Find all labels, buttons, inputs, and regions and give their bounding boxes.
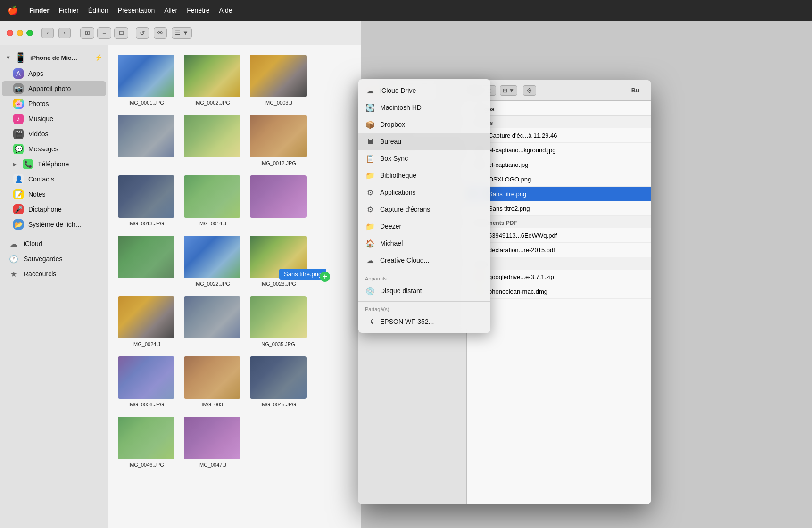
menu-item-macintosh-hd[interactable]: 💽 Macintosh HD: [358, 99, 490, 116]
device-expand-arrow: ▼: [6, 55, 11, 60]
w2-file-name-pdf1: 53949113...6EeWWq.pdf: [489, 232, 644, 239]
photo-label-img0023: IMG_0023.JPG: [260, 281, 296, 287]
sidebar-item-appareil-photo[interactable]: 📷 Appareil photo: [2, 81, 106, 96]
menu-icloud-drive-icon: ☁: [365, 85, 375, 96]
menu-item-capture-decrans[interactable]: ⚙ Capture d'écrans: [358, 201, 490, 218]
close-button[interactable]: [7, 30, 13, 36]
photo-item-img0035[interactable]: NG_0035.JPG: [250, 296, 307, 347]
menu-item-deezer[interactable]: 📁 Deezer: [358, 218, 490, 235]
w2-file-el-captiano-bg[interactable]: 🖼 el-captiano...kground.jpg: [467, 143, 651, 157]
sidebar-item-notes[interactable]: 📝 Notes: [2, 187, 106, 202]
photo-thumb-img0037: [184, 356, 240, 399]
sidebar-device[interactable]: ▼ 📱 iPhone de Mic… ⚡: [0, 49, 108, 66]
photo-item-img0013[interactable]: IMG_0013.JPG: [118, 175, 174, 226]
photo-item-img0024[interactable]: IMG_0024.J: [118, 296, 174, 347]
photo-item-img0005[interactable]: [184, 115, 240, 166]
w2-file-sans-titre[interactable]: 📄 Sans titre.png: [467, 187, 651, 201]
menu-section-partages: Partagé(s): [358, 304, 490, 313]
photo-thumb-img0046: [118, 417, 174, 459]
videos-icon: 🎬: [13, 129, 24, 139]
menu-finder[interactable]: Finder: [29, 7, 50, 14]
menu-label-applications: Applications: [380, 189, 416, 196]
w2-file-el-captiano[interactable]: 🖼 el-captiano.jpg: [467, 157, 651, 172]
w2-file-capture-ec[interactable]: 📄 Capture d'éc...à 11.29.46: [467, 128, 651, 143]
photo-item-img0022[interactable]: IMG_0022.JPG: [184, 236, 240, 287]
menu-item-applications[interactable]: ⚙ Applications: [358, 184, 490, 201]
w2-arrange-button[interactable]: ⊞ ▼: [500, 85, 517, 96]
menu-item-bureau[interactable]: 🖥 Bureau: [358, 133, 490, 150]
forward-button[interactable]: ›: [58, 28, 71, 38]
w2-file-pdf1[interactable]: 📄 53949113...6EeWWq.pdf: [467, 228, 651, 243]
photo-item-img0046[interactable]: IMG_0046.JPG: [118, 417, 174, 468]
photo-label-img0003: IMG_0003.J: [264, 100, 292, 106]
sidebar-item-dictaphone[interactable]: 🎤 Dictaphone: [2, 202, 106, 217]
photo-item-img0016[interactable]: [118, 236, 174, 287]
menu-item-box-sync[interactable]: 📋 Box Sync: [358, 150, 490, 167]
messages-icon: 💬: [13, 144, 24, 154]
icon-view-button[interactable]: ⊞: [80, 27, 94, 39]
sidebar-item-musique[interactable]: ♪ Musique: [2, 111, 106, 126]
sidebar-item-videos[interactable]: 🎬 Vidéos: [2, 126, 106, 141]
sidebar-item-contacts[interactable]: 👤 Contacts: [2, 172, 106, 187]
menu-fenetre[interactable]: Fenêtre: [187, 7, 209, 14]
menu-divider-appareils: [358, 271, 490, 271]
photo-grid[interactable]: IMG_0001.JPG IMG_0002.JPG IMG_0003.J: [108, 45, 361, 528]
photo-thumb-img0003: [250, 55, 307, 97]
sidebar-item-icloud[interactable]: ☁ iCloud: [2, 236, 106, 251]
menu-aide[interactable]: Aide: [219, 7, 232, 14]
photo-item-img0045[interactable]: IMG_0045.JPG: [250, 356, 307, 407]
w2-file-name-googledrive: googledrive...e-3.7.1.zip: [489, 273, 644, 280]
menu-item-michael[interactable]: 🏠 Michael: [358, 235, 490, 252]
column-view-button[interactable]: ⊟: [114, 27, 128, 39]
back-button[interactable]: ‹: [41, 28, 54, 38]
menu-item-dropbox[interactable]: 📦 Dropbox: [358, 116, 490, 133]
menu-item-disque-distant[interactable]: 💿 Disque distant: [358, 282, 490, 299]
menu-fichier[interactable]: Fichier: [59, 7, 79, 14]
photo-item-img0002[interactable]: IMG_0002.JPG: [184, 55, 240, 106]
photo-item-img0036[interactable]: IMG_0036.JPG: [118, 356, 174, 407]
menu-label-disque-distant: Disque distant: [380, 287, 422, 295]
menu-item-creative-cloud[interactable]: ☁ Creative Cloud...: [358, 252, 490, 269]
maximize-button[interactable]: [26, 30, 33, 36]
menu-box-sync-icon: 📋: [365, 153, 375, 164]
menu-item-bibliotheque[interactable]: 📁 Bibliothèque: [358, 167, 490, 184]
photo-item-img0014[interactable]: IMG_0014.J: [184, 175, 240, 226]
icloud-icon: ☁: [8, 239, 19, 249]
photo-item-img0004[interactable]: [118, 115, 174, 166]
w2-gear-button[interactable]: ⚙: [523, 85, 536, 96]
menu-item-epson[interactable]: 🖨 EPSON WF-352...: [358, 313, 490, 330]
sidebar-item-messages[interactable]: 💬 Messages: [2, 141, 106, 157]
menu-edition[interactable]: Édition: [88, 7, 108, 14]
w2-file-pdf2[interactable]: 📄 declaration...re-2015.pdf: [467, 243, 651, 257]
w2-file-phoneclean[interactable]: 📀 phoneclean-mac.dmg: [467, 284, 651, 299]
sidebar-item-photos[interactable]: 🌸 Photos: [2, 96, 106, 111]
sidebar-item-apps[interactable]: A Apps: [2, 66, 106, 81]
photo-item-img0001[interactable]: IMG_0001.JPG: [118, 55, 174, 106]
w2-file-googledrive[interactable]: 📦 googledrive...e-3.7.1.zip: [467, 270, 651, 284]
list-view-button[interactable]: ≡: [97, 27, 111, 39]
photo-item-img0012[interactable]: IMG_0012.JPG: [250, 115, 307, 166]
photo-item-img0015[interactable]: [250, 175, 307, 226]
sidebar-item-telephone[interactable]: ▶ 📞 Téléphone: [2, 157, 106, 172]
w2-file-sans-titre2[interactable]: 📄 Sans titre2.png: [467, 201, 651, 216]
photo-item-img0037[interactable]: IMG_003: [184, 356, 240, 407]
sidebar-item-sauvegardes[interactable]: 🕐 Sauvegardes: [2, 251, 106, 266]
photo-item-img0003[interactable]: IMG_0003.J: [250, 55, 307, 106]
arrange-button[interactable]: ☰ ▼: [172, 27, 192, 39]
systeme-icon: 📂: [13, 219, 24, 230]
w2-file-osxlogo[interactable]: 📄 OSXLOGO.png: [467, 172, 651, 187]
eye-button[interactable]: 👁: [154, 27, 167, 39]
view-buttons: ⊞ ≡ ⊟: [80, 27, 128, 39]
menu-item-icloud-drive[interactable]: ☁ iCloud Drive: [358, 82, 490, 99]
drag-filename: Sans titre.png: [279, 269, 326, 280]
apple-menu[interactable]: 🍎: [8, 5, 18, 16]
sidebar-item-systeme[interactable]: 📂 Système de fich…: [2, 217, 106, 232]
photo-item-img0025[interactable]: [184, 296, 240, 347]
photo-item-img0047[interactable]: IMG_0047.J: [184, 417, 240, 468]
menu-presentation[interactable]: Présentation: [118, 7, 155, 14]
sidebar-label-telephone: Téléphone: [38, 160, 69, 168]
minimize-button[interactable]: [17, 30, 23, 36]
sidebar-item-raccourcis[interactable]: ★ Raccourcis: [2, 266, 106, 281]
refresh-button[interactable]: ↺: [136, 27, 149, 39]
menu-aller[interactable]: Aller: [164, 7, 177, 14]
